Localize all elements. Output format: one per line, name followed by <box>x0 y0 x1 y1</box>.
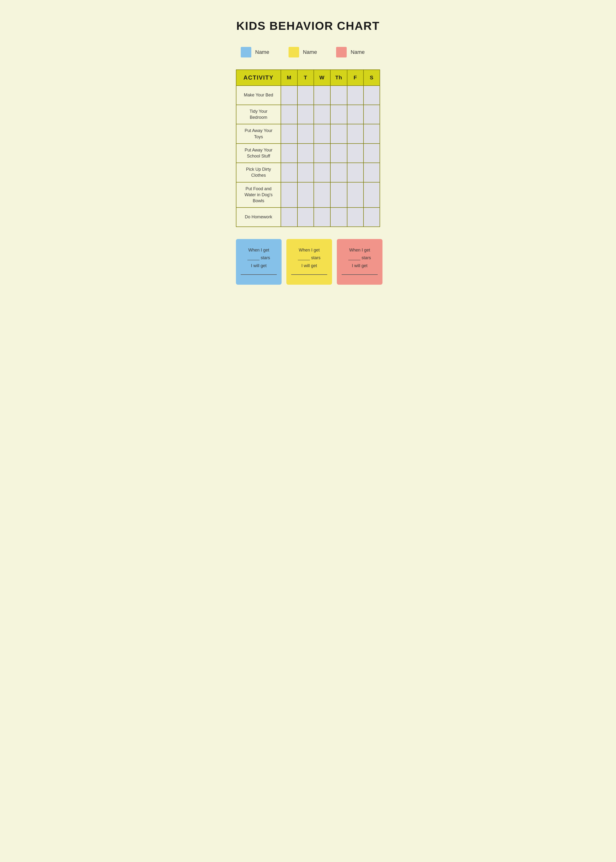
activity-put-away-toys: Put Away Your Toys <box>236 124 281 143</box>
activity-dog-bowls: Put Food and Water in Dog's Bowls <box>236 182 281 208</box>
page-title: KIDS BEHAVIOR CHART <box>236 19 380 33</box>
reward-text-pink-1: When I get <box>342 246 378 254</box>
cell-hw-s <box>363 208 380 227</box>
cell-school-th <box>330 143 347 163</box>
behavior-chart-table: ACTIVITY M T W Th F S Make Your Bed Tidy… <box>236 69 380 227</box>
table-row: Make Your Bed <box>236 86 380 105</box>
cell-dog-t <box>297 182 314 208</box>
legend-item-3: Name <box>336 47 365 57</box>
cell-school-w <box>314 143 330 163</box>
day-header-m: M <box>281 70 297 86</box>
table-row: Put Away Your School Stuff <box>236 143 380 163</box>
cell-dog-f <box>347 182 363 208</box>
cell-toys-f <box>347 124 363 143</box>
cell-clothes-m <box>281 163 297 182</box>
reward-text-pink-3: I will get <box>342 262 378 269</box>
cell-make-bed-s <box>363 86 380 105</box>
table-row: Tidy Your Bedroom <box>236 105 380 124</box>
reward-line-pink <box>342 274 378 275</box>
reward-box-pink: When I get _____ stars I will get <box>337 239 382 285</box>
cell-dog-w <box>314 182 330 208</box>
legend-label-3: Name <box>350 49 365 55</box>
legend-color-yellow <box>289 47 299 57</box>
legend-label-1: Name <box>255 49 269 55</box>
cell-tidy-s <box>363 105 380 124</box>
day-header-w: W <box>314 70 330 86</box>
day-header-t: T <box>297 70 314 86</box>
cell-clothes-t <box>297 163 314 182</box>
table-row: Put Food and Water in Dog's Bowls <box>236 182 380 208</box>
reward-line-blue <box>241 274 277 275</box>
table-row: Pick Up Dirty Clothes <box>236 163 380 182</box>
page: KIDS BEHAVIOR CHART Name Name Name ACTIV… <box>222 5 394 299</box>
cell-toys-s <box>363 124 380 143</box>
cell-school-m <box>281 143 297 163</box>
activity-make-bed: Make Your Bed <box>236 86 281 105</box>
cell-hw-t <box>297 208 314 227</box>
reward-text-yellow-3: I will get <box>291 262 327 269</box>
legend: Name Name Name <box>236 47 380 57</box>
cell-toys-t <box>297 124 314 143</box>
legend-label-2: Name <box>303 49 317 55</box>
cell-make-bed-w <box>314 86 330 105</box>
cell-clothes-s <box>363 163 380 182</box>
day-header-th: Th <box>330 70 347 86</box>
cell-hw-f <box>347 208 363 227</box>
cell-hw-w <box>314 208 330 227</box>
reward-text-blue-3: I will get <box>241 262 277 269</box>
reward-boxes-container: When I get _____ stars I will get When I… <box>236 239 380 285</box>
cell-tidy-t <box>297 105 314 124</box>
reward-text-yellow-1: When I get <box>291 246 327 254</box>
cell-hw-m <box>281 208 297 227</box>
activity-tidy-bedroom: Tidy Your Bedroom <box>236 105 281 124</box>
cell-tidy-th <box>330 105 347 124</box>
activity-dirty-clothes: Pick Up Dirty Clothes <box>236 163 281 182</box>
cell-dog-m <box>281 182 297 208</box>
cell-toys-th <box>330 124 347 143</box>
cell-toys-m <box>281 124 297 143</box>
cell-make-bed-f <box>347 86 363 105</box>
activity-homework: Do Homework <box>236 208 281 227</box>
cell-hw-th <box>330 208 347 227</box>
reward-text-yellow-2: _____ stars <box>291 254 327 262</box>
legend-color-blue <box>241 47 251 57</box>
cell-tidy-m <box>281 105 297 124</box>
activity-school-stuff: Put Away Your School Stuff <box>236 143 281 163</box>
activity-header: ACTIVITY <box>236 70 281 86</box>
cell-make-bed-th <box>330 86 347 105</box>
reward-text-blue-2: _____ stars <box>241 254 277 262</box>
table-header-row: ACTIVITY M T W Th F S <box>236 70 380 86</box>
cell-make-bed-t <box>297 86 314 105</box>
reward-box-yellow: When I get _____ stars I will get <box>286 239 332 285</box>
cell-dog-s <box>363 182 380 208</box>
cell-tidy-f <box>347 105 363 124</box>
reward-text-blue-1: When I get <box>241 246 277 254</box>
cell-clothes-f <box>347 163 363 182</box>
table-row: Do Homework <box>236 208 380 227</box>
legend-item-2: Name <box>289 47 317 57</box>
cell-tidy-w <box>314 105 330 124</box>
cell-school-f <box>347 143 363 163</box>
cell-clothes-w <box>314 163 330 182</box>
reward-text-pink-2: _____ stars <box>342 254 378 262</box>
cell-dog-th <box>330 182 347 208</box>
cell-clothes-th <box>330 163 347 182</box>
day-header-f: F <box>347 70 363 86</box>
cell-school-s <box>363 143 380 163</box>
table-row: Put Away Your Toys <box>236 124 380 143</box>
legend-item-1: Name <box>241 47 269 57</box>
reward-box-blue: When I get _____ stars I will get <box>236 239 281 285</box>
cell-toys-w <box>314 124 330 143</box>
day-header-s: S <box>363 70 380 86</box>
cell-school-t <box>297 143 314 163</box>
cell-make-bed-m <box>281 86 297 105</box>
reward-line-yellow <box>291 274 327 275</box>
legend-color-pink <box>336 47 347 57</box>
